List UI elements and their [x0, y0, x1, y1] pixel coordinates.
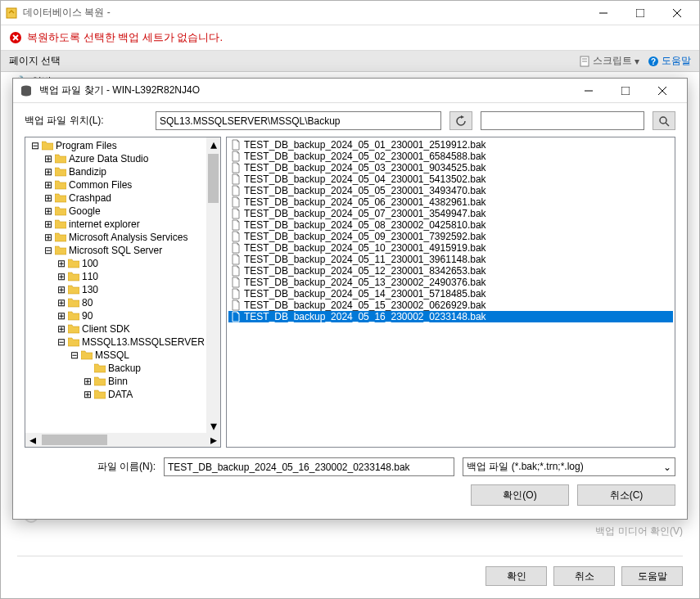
tree-label[interactable]: Google	[69, 205, 101, 217]
tree-node[interactable]: ⊞Client SDK	[27, 322, 219, 336]
tree-node[interactable]: ⊞Crashpad	[27, 191, 219, 205]
search-button[interactable]	[653, 111, 675, 130]
file-row[interactable]: TEST_DB_backup_2024_05_04_230001_5413502…	[228, 173, 673, 185]
tree-label[interactable]: Bandizip	[69, 166, 106, 178]
scroll-thumb[interactable]	[208, 154, 219, 203]
path-input[interactable]	[156, 111, 441, 130]
tree-toggle-icon[interactable]: ⊞	[56, 272, 66, 281]
tree-label[interactable]: Crashpad	[69, 192, 111, 204]
tree-node[interactable]: ⊞Bandizip	[27, 165, 219, 178]
file-row[interactable]: TEST_DB_backup_2024_05_09_230001_7392592…	[228, 231, 673, 242]
tree-label[interactable]: Binn	[108, 376, 128, 387]
tree-node[interactable]: ⊞Binn	[27, 375, 219, 388]
refresh-button[interactable]	[449, 111, 472, 130]
tree-toggle-icon[interactable]: ⊞	[56, 259, 66, 268]
tree-toggle-icon[interactable]: ⊞	[83, 390, 93, 399]
file-row[interactable]: TEST_DB_backup_2024_05_15_230002_0626929…	[228, 300, 673, 311]
file-row[interactable]: TEST_DB_backup_2024_05_16_230002_0233148…	[228, 311, 673, 322]
tree-node[interactable]: ⊞Google	[27, 205, 219, 218]
file-row[interactable]: TEST_DB_backup_2024_05_07_230001_3549947…	[228, 208, 673, 219]
tree-label[interactable]: 80	[82, 297, 93, 309]
tree-label[interactable]: Backup	[108, 363, 141, 374]
parent-help-button[interactable]: 도움말	[621, 566, 683, 586]
minimize-button[interactable]	[585, 2, 621, 25]
tree-toggle-icon[interactable]: ⊞	[43, 180, 53, 190]
tree-toggle-icon[interactable]: ⊟	[56, 337, 66, 347]
script-link[interactable]: 스크립트 ▾	[579, 54, 639, 68]
tree-toggle-icon[interactable]: ⊞	[43, 193, 53, 203]
tree-label[interactable]: Microsoft Analysis Services	[69, 232, 187, 243]
tree-node[interactable]: ⊟Program Files	[27, 139, 219, 152]
tree-toggle-icon[interactable]: ⊞	[43, 154, 53, 164]
file-row[interactable]: TEST_DB_backup_2024_05_14_230001_5718485…	[228, 288, 673, 300]
file-row[interactable]: TEST_DB_backup_2024_05_03_230001_9034525…	[228, 162, 673, 173]
scroll-left-arrow[interactable]: ◂	[25, 433, 39, 447]
help-link[interactable]: ? 도움말	[648, 54, 691, 68]
tree-toggle-icon[interactable]: ⊞	[43, 206, 53, 216]
tree-toggle-icon[interactable]: ⊞	[56, 285, 66, 295]
tree-node[interactable]: ⊞DATA	[27, 388, 219, 401]
tree-toggle-icon[interactable]: ⊞	[43, 232, 53, 242]
tree-node[interactable]: ⊞110	[27, 270, 219, 283]
close-button[interactable]	[658, 2, 695, 25]
tree-toggle-icon[interactable]: ⊞	[43, 167, 53, 177]
tree-label[interactable]: MSSQL	[95, 349, 129, 361]
dialog-minimize-button[interactable]	[570, 79, 607, 102]
file-name-input[interactable]	[164, 457, 454, 476]
tree-node[interactable]: ⊞Azure Data Studio	[27, 152, 219, 165]
file-row[interactable]: TEST_DB_backup_2024_05_13_230002_2490376…	[228, 277, 673, 288]
tree-label[interactable]: 110	[82, 271, 98, 282]
tree-toggle-icon[interactable]: ⊟	[43, 245, 53, 255]
tree-node[interactable]: ⊞90	[27, 309, 219, 322]
dialog-cancel-button[interactable]: 취소(C)	[577, 484, 675, 506]
tree-node[interactable]: ⊟MSSQL	[27, 349, 219, 362]
file-row[interactable]: TEST_DB_backup_2024_05_12_230001_8342653…	[228, 265, 673, 277]
maximize-button[interactable]	[621, 2, 658, 25]
tree-label[interactable]: 100	[82, 258, 98, 269]
tree-toggle-icon[interactable]: ⊞	[56, 324, 66, 334]
tree-node[interactable]: ⊞100	[27, 257, 219, 270]
tree-label[interactable]: Microsoft SQL Server	[69, 245, 162, 256]
parent-ok-button[interactable]: 확인	[485, 566, 547, 586]
scroll-up-arrow[interactable]: ▴	[206, 137, 220, 151]
tree-label[interactable]: Client SDK	[82, 323, 130, 335]
parent-cancel-button[interactable]: 취소	[553, 566, 615, 586]
tree-node[interactable]: ⊟Microsoft SQL Server	[27, 244, 219, 257]
tree-label[interactable]: Program Files	[56, 140, 117, 151]
tree-horizontal-scrollbar[interactable]: ◂ ▸	[25, 433, 220, 447]
file-row[interactable]: TEST_DB_backup_2024_05_02_230001_6584588…	[228, 151, 673, 162]
tree-toggle-icon[interactable]: ⊞	[83, 376, 93, 386]
tree-node[interactable]: ⊞80	[27, 296, 219, 309]
tree-toggle-icon[interactable]: ⊟	[30, 141, 40, 151]
tree-node[interactable]: ⊟MSSQL13.MSSQLSERVER	[27, 336, 219, 349]
tree-node[interactable]: ⊞internet explorer	[27, 218, 219, 231]
tree-label[interactable]: MSSQL13.MSSQLSERVER	[82, 336, 205, 348]
file-row[interactable]: TEST_DB_backup_2024_05_01_230001_2519912…	[228, 139, 673, 151]
scroll-right-arrow[interactable]: ▸	[206, 433, 220, 447]
file-row[interactable]: TEST_DB_backup_2024_05_11_230001_3961148…	[228, 254, 673, 265]
scroll-thumb-h[interactable]	[42, 435, 107, 445]
file-row[interactable]: TEST_DB_backup_2024_05_05_230001_3493470…	[228, 185, 673, 196]
dialog-close-button[interactable]	[644, 79, 680, 102]
tree-node[interactable]: ⊞Microsoft Analysis Services	[27, 231, 219, 244]
folder-tree[interactable]: ⊟Program Files⊞Azure Data Studio⊞Bandizi…	[25, 137, 220, 433]
tree-toggle-icon[interactable]: ⊞	[56, 298, 66, 308]
tree-label[interactable]: Azure Data Studio	[69, 153, 148, 164]
tree-label[interactable]: internet explorer	[69, 218, 140, 230]
file-type-select[interactable]: 백업 파일 (*.bak;*.trn;*.log) ⌄	[463, 457, 675, 476]
tree-toggle-icon[interactable]: ⊞	[56, 311, 66, 321]
tree-label[interactable]: 90	[82, 310, 93, 322]
tree-label[interactable]: Common Files	[69, 179, 132, 191]
tree-node[interactable]: ⊞130	[27, 283, 219, 296]
file-row[interactable]: TEST_DB_backup_2024_05_06_230001_4382961…	[228, 196, 673, 208]
dialog-maximize-button[interactable]	[607, 79, 644, 102]
dialog-ok-button[interactable]: 확인(O)	[471, 484, 569, 506]
file-list-panel[interactable]: TEST_DB_backup_2024_05_01_230001_2519912…	[226, 137, 675, 448]
tree-node[interactable]: ⊞Common Files	[27, 178, 219, 191]
file-row[interactable]: TEST_DB_backup_2024_05_10_230001_4915919…	[228, 242, 673, 254]
tree-toggle-icon[interactable]: ⊟	[70, 350, 79, 360]
search-input[interactable]	[481, 111, 644, 130]
tree-vertical-scrollbar[interactable]: ▴ ▾	[206, 137, 220, 433]
scroll-down-arrow[interactable]: ▾	[206, 419, 220, 433]
tree-node[interactable]: Backup	[27, 362, 219, 375]
